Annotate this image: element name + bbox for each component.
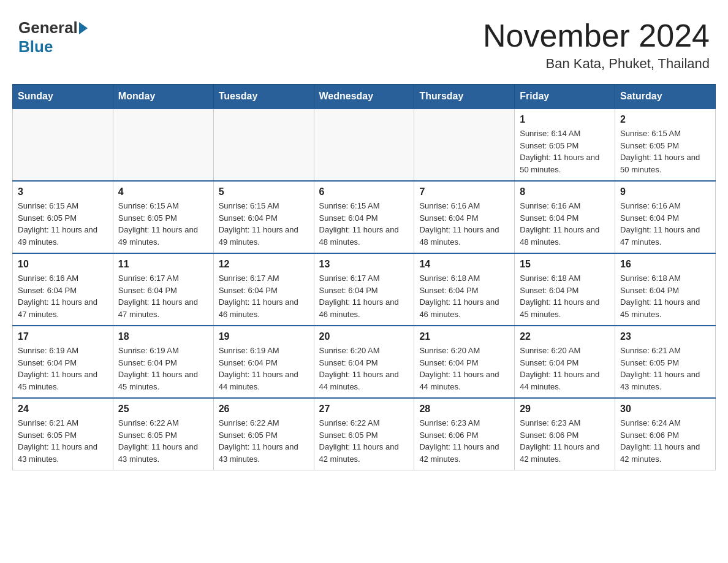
weekday-header-friday: Friday: [515, 85, 615, 109]
day-info: Sunrise: 6:18 AMSunset: 6:04 PMDaylight:…: [419, 272, 509, 320]
calendar-cell: [213, 109, 314, 181]
calendar-cell: 25Sunrise: 6:22 AMSunset: 6:05 PMDayligh…: [113, 398, 213, 470]
title-block: November 2024 Ban Kata, Phuket, Thailand: [483, 18, 710, 72]
calendar-cell: 30Sunrise: 6:24 AMSunset: 6:06 PMDayligh…: [615, 398, 716, 470]
day-info: Sunrise: 6:23 AMSunset: 6:06 PMDaylight:…: [520, 417, 610, 465]
weekday-header-thursday: Thursday: [414, 85, 515, 109]
calendar-cell: 27Sunrise: 6:22 AMSunset: 6:05 PMDayligh…: [314, 398, 414, 470]
calendar-cell: 29Sunrise: 6:23 AMSunset: 6:06 PMDayligh…: [515, 398, 615, 470]
calendar-cell: 18Sunrise: 6:19 AMSunset: 6:04 PMDayligh…: [113, 326, 213, 398]
day-number: 7: [419, 186, 509, 197]
weekday-header-row: SundayMondayTuesdayWednesdayThursdayFrid…: [13, 85, 716, 109]
calendar-cell: 7Sunrise: 6:16 AMSunset: 6:04 PMDaylight…: [414, 181, 515, 253]
calendar-cell: 2Sunrise: 6:15 AMSunset: 6:05 PMDaylight…: [615, 109, 716, 181]
day-number: 19: [219, 331, 309, 342]
day-info: Sunrise: 6:23 AMSunset: 6:06 PMDaylight:…: [419, 417, 509, 465]
day-info: Sunrise: 6:22 AMSunset: 6:05 PMDaylight:…: [319, 417, 409, 465]
week-row-3: 10Sunrise: 6:16 AMSunset: 6:04 PMDayligh…: [13, 253, 716, 326]
calendar-cell: 26Sunrise: 6:22 AMSunset: 6:05 PMDayligh…: [213, 398, 314, 470]
week-row-2: 3Sunrise: 6:15 AMSunset: 6:05 PMDaylight…: [13, 181, 716, 253]
calendar-cell: 1Sunrise: 6:14 AMSunset: 6:05 PMDaylight…: [515, 109, 615, 181]
day-info: Sunrise: 6:24 AMSunset: 6:06 PMDaylight:…: [620, 417, 710, 465]
calendar-cell: 13Sunrise: 6:17 AMSunset: 6:04 PMDayligh…: [314, 253, 414, 326]
day-number: 14: [419, 259, 509, 270]
day-info: Sunrise: 6:20 AMSunset: 6:04 PMDaylight:…: [319, 345, 409, 393]
day-number: 12: [219, 259, 309, 270]
day-number: 8: [520, 186, 610, 197]
day-info: Sunrise: 6:18 AMSunset: 6:04 PMDaylight:…: [620, 272, 710, 320]
day-number: 1: [520, 114, 610, 125]
page-header: General Blue November 2024 Ban Kata, Phu…: [12, 12, 716, 72]
day-number: 28: [419, 404, 509, 415]
day-info: Sunrise: 6:15 AMSunset: 6:05 PMDaylight:…: [620, 128, 710, 175]
logo-arrow-icon: [79, 22, 88, 34]
calendar-cell: 22Sunrise: 6:20 AMSunset: 6:04 PMDayligh…: [515, 326, 615, 398]
day-number: 17: [18, 331, 108, 342]
logo-general-text: General: [18, 18, 78, 37]
day-info: Sunrise: 6:20 AMSunset: 6:04 PMDaylight:…: [419, 345, 509, 393]
day-number: 10: [18, 259, 108, 270]
day-info: Sunrise: 6:15 AMSunset: 6:05 PMDaylight:…: [118, 200, 208, 248]
calendar-cell: 10Sunrise: 6:16 AMSunset: 6:04 PMDayligh…: [13, 253, 113, 326]
day-info: Sunrise: 6:22 AMSunset: 6:05 PMDaylight:…: [219, 417, 309, 465]
calendar-cell: 21Sunrise: 6:20 AMSunset: 6:04 PMDayligh…: [414, 326, 515, 398]
calendar-cell: 16Sunrise: 6:18 AMSunset: 6:04 PMDayligh…: [615, 253, 716, 326]
calendar-cell: 3Sunrise: 6:15 AMSunset: 6:05 PMDaylight…: [13, 181, 113, 253]
day-info: Sunrise: 6:17 AMSunset: 6:04 PMDaylight:…: [219, 272, 309, 320]
day-info: Sunrise: 6:15 AMSunset: 6:05 PMDaylight:…: [18, 200, 108, 248]
calendar-cell: [13, 109, 113, 181]
day-info: Sunrise: 6:19 AMSunset: 6:04 PMDaylight:…: [118, 345, 208, 393]
calendar-cell: 14Sunrise: 6:18 AMSunset: 6:04 PMDayligh…: [414, 253, 515, 326]
day-info: Sunrise: 6:19 AMSunset: 6:04 PMDaylight:…: [18, 345, 108, 393]
day-number: 27: [319, 404, 409, 415]
calendar-cell: [113, 109, 213, 181]
day-info: Sunrise: 6:18 AMSunset: 6:04 PMDaylight:…: [520, 272, 610, 320]
day-info: Sunrise: 6:17 AMSunset: 6:04 PMDaylight:…: [319, 272, 409, 320]
calendar-cell: 12Sunrise: 6:17 AMSunset: 6:04 PMDayligh…: [213, 253, 314, 326]
day-info: Sunrise: 6:14 AMSunset: 6:05 PMDaylight:…: [520, 128, 610, 175]
calendar-cell: 5Sunrise: 6:15 AMSunset: 6:04 PMDaylight…: [213, 181, 314, 253]
day-number: 13: [319, 259, 409, 270]
week-row-4: 17Sunrise: 6:19 AMSunset: 6:04 PMDayligh…: [13, 326, 716, 398]
calendar-cell: [314, 109, 414, 181]
weekday-header-sunday: Sunday: [13, 85, 113, 109]
calendar-cell: 11Sunrise: 6:17 AMSunset: 6:04 PMDayligh…: [113, 253, 213, 326]
calendar-cell: 4Sunrise: 6:15 AMSunset: 6:05 PMDaylight…: [113, 181, 213, 253]
calendar-cell: 9Sunrise: 6:16 AMSunset: 6:04 PMDaylight…: [615, 181, 716, 253]
logo: General Blue: [18, 18, 89, 56]
week-row-5: 24Sunrise: 6:21 AMSunset: 6:05 PMDayligh…: [13, 398, 716, 470]
weekday-header-tuesday: Tuesday: [213, 85, 314, 109]
day-info: Sunrise: 6:21 AMSunset: 6:05 PMDaylight:…: [620, 345, 710, 393]
calendar-cell: 17Sunrise: 6:19 AMSunset: 6:04 PMDayligh…: [13, 326, 113, 398]
day-number: 3: [18, 186, 108, 197]
day-info: Sunrise: 6:19 AMSunset: 6:04 PMDaylight:…: [219, 345, 309, 393]
day-info: Sunrise: 6:16 AMSunset: 6:04 PMDaylight:…: [620, 200, 710, 248]
calendar-cell: [414, 109, 515, 181]
day-info: Sunrise: 6:16 AMSunset: 6:04 PMDaylight:…: [520, 200, 610, 248]
day-info: Sunrise: 6:21 AMSunset: 6:05 PMDaylight:…: [18, 417, 108, 465]
day-number: 24: [18, 404, 108, 415]
calendar-cell: 6Sunrise: 6:15 AMSunset: 6:04 PMDaylight…: [314, 181, 414, 253]
day-number: 9: [620, 186, 710, 197]
location-subtitle: Ban Kata, Phuket, Thailand: [483, 56, 710, 72]
week-row-1: 1Sunrise: 6:14 AMSunset: 6:05 PMDaylight…: [13, 109, 716, 181]
day-number: 25: [118, 404, 208, 415]
logo-blue-text: Blue: [18, 37, 53, 56]
calendar-cell: 24Sunrise: 6:21 AMSunset: 6:05 PMDayligh…: [13, 398, 113, 470]
day-number: 30: [620, 404, 710, 415]
calendar-cell: 28Sunrise: 6:23 AMSunset: 6:06 PMDayligh…: [414, 398, 515, 470]
calendar-cell: 15Sunrise: 6:18 AMSunset: 6:04 PMDayligh…: [515, 253, 615, 326]
day-info: Sunrise: 6:16 AMSunset: 6:04 PMDaylight:…: [18, 272, 108, 320]
day-number: 20: [319, 331, 409, 342]
weekday-header-saturday: Saturday: [615, 85, 716, 109]
calendar-table: SundayMondayTuesdayWednesdayThursdayFrid…: [12, 84, 716, 470]
weekday-header-monday: Monday: [113, 85, 213, 109]
day-number: 23: [620, 331, 710, 342]
day-number: 21: [419, 331, 509, 342]
day-number: 4: [118, 186, 208, 197]
day-number: 6: [319, 186, 409, 197]
day-number: 29: [520, 404, 610, 415]
calendar-cell: 20Sunrise: 6:20 AMSunset: 6:04 PMDayligh…: [314, 326, 414, 398]
day-info: Sunrise: 6:16 AMSunset: 6:04 PMDaylight:…: [419, 200, 509, 248]
day-number: 26: [219, 404, 309, 415]
